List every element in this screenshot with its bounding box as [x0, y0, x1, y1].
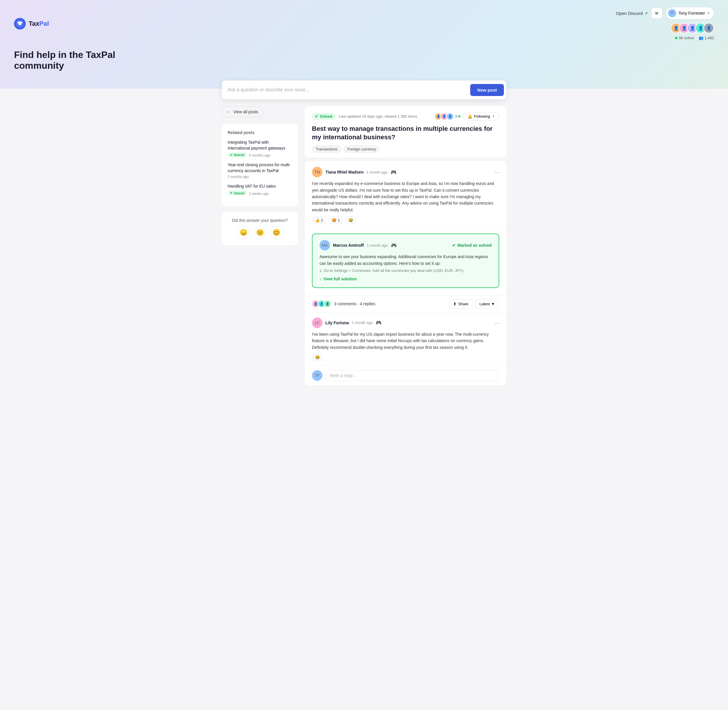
logo-text: TaxPal	[29, 20, 49, 28]
comments-count: 3 comments · 4 replies	[334, 301, 375, 306]
reply-input-row: TF	[305, 365, 506, 385]
user-menu-button[interactable]: TF Tony Forrester ▼	[666, 7, 714, 19]
neutral-emoji-button[interactable]: 😐	[253, 226, 266, 239]
add-reaction-button[interactable]: 😂	[345, 217, 356, 224]
solved-badge: ✔ Solved	[228, 153, 247, 157]
watcher-avatar: 👤	[446, 113, 454, 120]
sidebar: ← View all posts Related posts Integrati…	[222, 106, 298, 385]
logo-icon	[14, 18, 26, 29]
solution-body: Awesome to see your business expanding. …	[319, 254, 492, 267]
thumbsup-reaction[interactable]: 👍 2	[312, 217, 326, 224]
starstruck-reaction[interactable]: 🤩 1	[329, 217, 343, 224]
posts-area: TM Tiana Rhiel Madsen 1 month ago 🎮 ··· …	[305, 161, 506, 385]
post-more-button[interactable]: ···	[494, 169, 499, 175]
original-post-author: Tiana Rhiel Madsen	[325, 170, 363, 175]
discord-icon: 🎮	[391, 243, 397, 248]
post-meta-row: ✔ Solved Last updated 18 days ago, viewe…	[312, 112, 499, 120]
original-post: TM Tiana Rhiel Madsen 1 month ago 🎮 ··· …	[305, 161, 506, 230]
add-comment-reaction[interactable]: 😂	[312, 354, 323, 361]
down-arrow-icon: ↓	[319, 277, 322, 281]
satisfaction-box: Did this answer your question? 😞 😐 😊	[222, 212, 298, 245]
tag-transactions[interactable]: Transactions	[312, 145, 341, 153]
comment-1: LF Lily Fortuna 1 month ago 🎮 ··· I've b…	[305, 312, 506, 365]
hero-section: TaxPal Open Discord ↗ ✉ TF Tony Forreste…	[0, 0, 728, 89]
reply-input[interactable]	[325, 370, 499, 381]
nav-right: Open Discord ↗ ✉ TF Tony Forrester ▼ 👤 👤…	[616, 7, 714, 40]
bell-icon: 🔔	[467, 114, 472, 119]
solved-tag: ✔ Solved	[312, 113, 335, 120]
checkmark-icon: ✔	[452, 243, 456, 248]
search-container: New post	[215, 81, 513, 99]
original-post-avatar: TM	[312, 167, 322, 178]
search-input[interactable]	[228, 87, 470, 92]
chevron-down-icon: ▼	[707, 12, 710, 15]
active-indicator	[458, 115, 460, 117]
sort-latest-button[interactable]: Latest ▼	[475, 299, 499, 308]
original-post-time: 1 month ago	[366, 170, 387, 175]
comment-time: 1 month ago	[352, 320, 373, 325]
chevron-down-icon: ▼	[492, 115, 495, 118]
comment-author-avatar: LF	[312, 318, 322, 328]
user-avatar: TF	[668, 9, 676, 17]
discord-icon: 🎮	[376, 320, 382, 326]
view-full-solution-button[interactable]: ↓ View full solution	[319, 277, 357, 281]
new-post-button[interactable]: New post	[470, 84, 504, 96]
community-avatars: 👤 👤 👤 👤 👤	[671, 23, 714, 33]
reactions: 👍 2 🤩 1 😂	[312, 217, 499, 224]
main-content: ✔ Solved Last updated 18 days ago, viewe…	[305, 106, 506, 385]
solution-container: MA Marcus Aminoff 1 month ago 🎮 ✔ Marked…	[305, 230, 506, 295]
share-button[interactable]: ⬆ Share	[449, 299, 473, 308]
post-header-card: ✔ Solved Last updated 18 days ago, viewe…	[305, 106, 506, 157]
following-button[interactable]: 🔔 Following ▼	[463, 112, 499, 120]
marked-as-solved-badge: ✔ Marked as solved	[452, 243, 492, 248]
online-indicator	[675, 37, 677, 39]
share-icon: ⬆	[453, 302, 457, 306]
stats-text: 38 online 👥 1,482	[675, 36, 714, 40]
happy-emoji-button[interactable]: 😊	[270, 226, 283, 239]
navbar: TaxPal Open Discord ↗ ✉ TF Tony Forreste…	[14, 7, 714, 40]
comments-header: 👤 👤 👤 3 comments · 4 replies ⬆ Share Lat…	[305, 295, 506, 312]
notifications-button[interactable]: ✉	[651, 7, 662, 19]
nav-actions: Open Discord ↗ ✉ TF Tony Forrester ▼	[616, 7, 714, 19]
post-meta-text: Last updated 18 days ago, viewed 1,382 t…	[339, 114, 417, 119]
discord-icon: 🎮	[391, 169, 397, 175]
related-posts-title: Related posts	[228, 130, 292, 135]
solution-preview: 1. Go to Settings > Currencies. Add all …	[319, 268, 492, 273]
related-post-3[interactable]: Handling VAT for EU sales ✔ Solved 2 wee…	[228, 183, 292, 196]
satisfaction-question: Did this answer your question?	[228, 218, 292, 223]
original-post-body: I've recently expanded my e-commerce bus…	[312, 180, 499, 213]
open-discord-button[interactable]: Open Discord ↗	[616, 11, 648, 16]
chevron-down-icon: ▼	[491, 302, 495, 306]
search-bar: New post	[222, 81, 506, 99]
back-arrow-icon: ←	[227, 110, 231, 114]
comment-body: I've been using TaxPal for my US-Japan i…	[312, 331, 499, 351]
related-post-2[interactable]: Year-end closing process for multi-curre…	[228, 162, 292, 179]
current-user-avatar: TF	[312, 370, 322, 381]
solved-check-icon: ✔	[315, 114, 318, 119]
emoji-row: 😞 😐 😊	[228, 226, 292, 239]
commenter-avatar: 👤	[324, 300, 331, 308]
tag-row: Transactions Foreign currency	[312, 145, 499, 153]
hero-title: Find help in the TaxPal community	[14, 50, 160, 71]
community-avatar: 👤	[703, 23, 714, 33]
solved-badge: ✔ Solved	[228, 191, 247, 195]
main-layout: ← View all posts Related posts Integrati…	[215, 106, 513, 385]
svg-point-2	[18, 22, 21, 25]
solution-time: 1 month ago	[367, 243, 388, 248]
post-title: Best way to manage transactions in multi…	[312, 125, 499, 141]
sad-emoji-button[interactable]: 😞	[237, 226, 250, 239]
watchers: 👤 👤 👤 3	[435, 113, 460, 120]
comment-more-button[interactable]: ···	[494, 320, 499, 326]
tag-foreign-currency[interactable]: Foreign currency	[344, 145, 380, 153]
comment-reactions: 😂	[312, 354, 499, 361]
solved-answer: MA Marcus Aminoff 1 month ago 🎮 ✔ Marked…	[312, 233, 499, 288]
view-all-posts-button[interactable]: ← View all posts	[222, 106, 263, 117]
related-post-1[interactable]: Integrating TaxPal with international pa…	[228, 139, 292, 157]
comment-author: Lily Fortuna	[325, 320, 349, 325]
logo[interactable]: TaxPal	[14, 18, 49, 29]
solution-author-avatar: MA	[319, 240, 330, 251]
related-posts-panel: Related posts Integrating TaxPal with in…	[222, 125, 298, 206]
solution-author: Marcus Aminoff	[333, 243, 364, 248]
community-stats: 👤 👤 👤 👤 👤 38 online 👥 1,482	[671, 23, 714, 40]
external-link-icon: ↗	[645, 11, 648, 16]
